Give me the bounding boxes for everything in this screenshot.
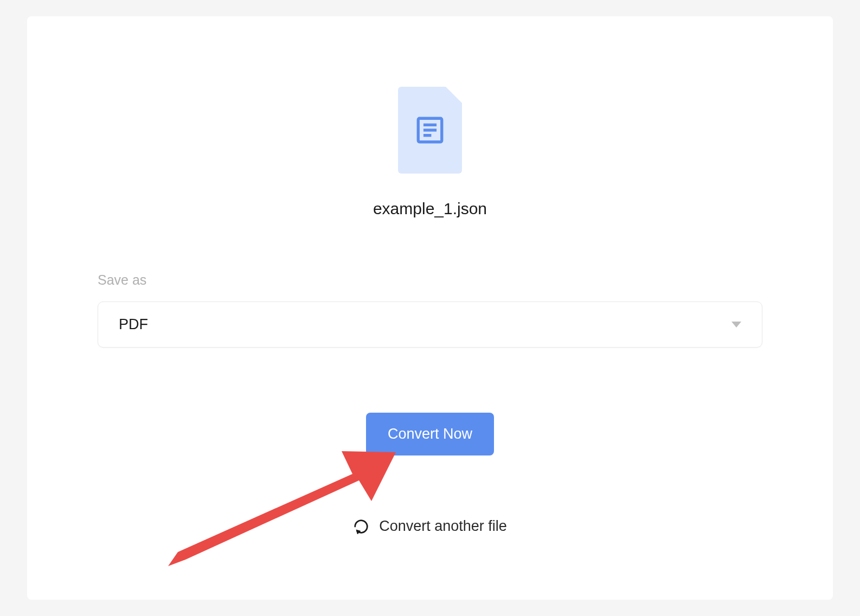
annotation-arrow-icon	[168, 441, 396, 572]
save-as-label: Save as	[98, 272, 762, 288]
refresh-icon	[353, 518, 369, 535]
file-icon	[398, 87, 462, 174]
format-select[interactable]: PDF	[98, 301, 762, 348]
converter-card: example_1.json Save as PDF Convert Now C…	[27, 16, 833, 600]
chevron-down-icon	[731, 322, 741, 328]
svg-marker-4	[168, 451, 396, 566]
format-selected-value: PDF	[119, 316, 148, 333]
file-name: example_1.json	[373, 200, 487, 218]
convert-now-button[interactable]: Convert Now	[366, 413, 494, 455]
convert-another-button[interactable]: Convert another file	[353, 518, 507, 535]
document-icon	[414, 114, 446, 146]
file-display: example_1.json	[373, 87, 487, 218]
save-as-section: Save as PDF	[98, 272, 762, 348]
convert-another-label: Convert another file	[379, 518, 507, 535]
